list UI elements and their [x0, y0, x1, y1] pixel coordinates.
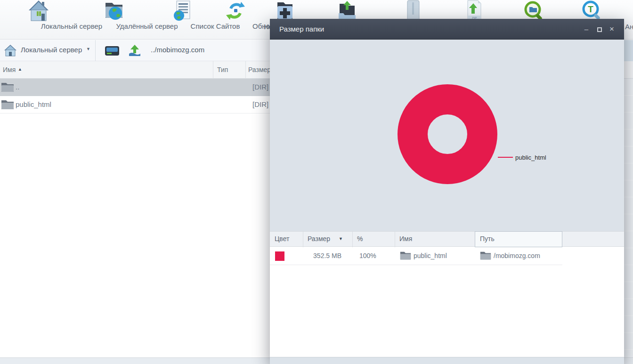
chart-slice-label: public_html	[515, 154, 546, 161]
file-name: public_html	[16, 100, 51, 108]
folder-icon	[400, 251, 411, 260]
donut-chart[interactable]	[398, 84, 497, 184]
row-divider	[270, 265, 562, 265]
maximize-button[interactable]	[594, 19, 605, 40]
cell-percent: 100%	[359, 252, 376, 259]
toolbar-button-local-server[interactable]: Локальный сервер	[6, 0, 72, 22]
sort-desc-icon: ▼	[339, 236, 343, 241]
right-pane-list-sliver	[624, 79, 633, 357]
column-divider[interactable]	[395, 232, 395, 247]
dialog-title: Размер папки	[279, 25, 324, 33]
cell-path: /mobimozg.com	[494, 252, 540, 259]
column-header-type[interactable]: Тип	[217, 66, 228, 73]
current-path[interactable]: ../mobimozg.com	[151, 46, 204, 54]
chevron-down-icon[interactable]: ▼	[86, 47, 90, 51]
toolbar-label-clipped-right: Ан	[625, 23, 633, 31]
toolbar-label-remote-server: Удалённый сервер	[114, 22, 180, 30]
cell-size: 352.5 MB	[303, 252, 341, 259]
upload-icon[interactable]	[128, 44, 141, 57]
maximize-icon	[597, 27, 602, 32]
close-button[interactable]: ×	[606, 19, 617, 40]
remote-server-icon	[103, 0, 125, 22]
refresh-icon	[224, 0, 247, 22]
disk-icon[interactable]	[105, 45, 120, 57]
column-header-path-cell[interactable]: Путь	[475, 231, 562, 247]
svg-text:T: T	[588, 4, 593, 14]
color-swatch	[275, 251, 284, 261]
folder-icon	[1, 82, 14, 92]
column-divider[interactable]	[245, 61, 246, 79]
right-pane-toolbar-sliver	[624, 40, 633, 61]
file-size: [DIR]	[252, 100, 268, 108]
toolbar-label-local-server: Локальный сервер	[39, 22, 105, 30]
column-header-name[interactable]: Имя	[399, 235, 412, 243]
file-size: [DIR]	[252, 83, 268, 91]
column-header-path: Путь	[480, 235, 495, 243]
toolbar-button-remote-server[interactable]: Удалённый сервер	[81, 0, 147, 22]
sites-list-icon	[171, 0, 194, 22]
dialog-footer	[270, 357, 624, 364]
sort-asc-icon: ▲	[18, 67, 22, 72]
dialog-table-header: Цвет Размер ▼ % Имя Путь	[270, 231, 624, 247]
column-divider[interactable]	[303, 232, 303, 247]
column-header-name[interactable]: Имя	[3, 66, 16, 73]
folder-icon	[1, 100, 14, 110]
folder-icon	[480, 251, 491, 260]
column-divider[interactable]	[213, 61, 213, 79]
cell-name: public_html	[414, 252, 447, 259]
chart-leader-line	[498, 157, 513, 158]
column-header-percent[interactable]: %	[357, 235, 363, 243]
file-name: ..	[16, 83, 19, 91]
dialog-titlebar[interactable]: Размер папки – ×	[270, 19, 624, 40]
column-header-size[interactable]: Размер	[248, 66, 271, 73]
chart-area: public_html	[270, 40, 624, 231]
home-icon[interactable]	[4, 44, 17, 57]
column-divider[interactable]	[352, 232, 353, 247]
folder-size-dialog: Размер папки – × public_html Цвет Размер…	[270, 19, 624, 364]
column-header-color[interactable]: Цвет	[275, 235, 289, 243]
minimize-button[interactable]: –	[581, 19, 592, 40]
server-selector[interactable]: Локальный сервер	[21, 46, 82, 54]
size-table-row[interactable]: 352.5 MB 100% public_html /mobimozg.com	[270, 247, 624, 265]
local-server-icon	[27, 0, 50, 22]
column-header-size[interactable]: Размер	[308, 235, 330, 243]
toolbar-divider	[95, 40, 96, 61]
dialog-table-body: 352.5 MB 100% public_html /mobimozg.com	[270, 247, 624, 357]
